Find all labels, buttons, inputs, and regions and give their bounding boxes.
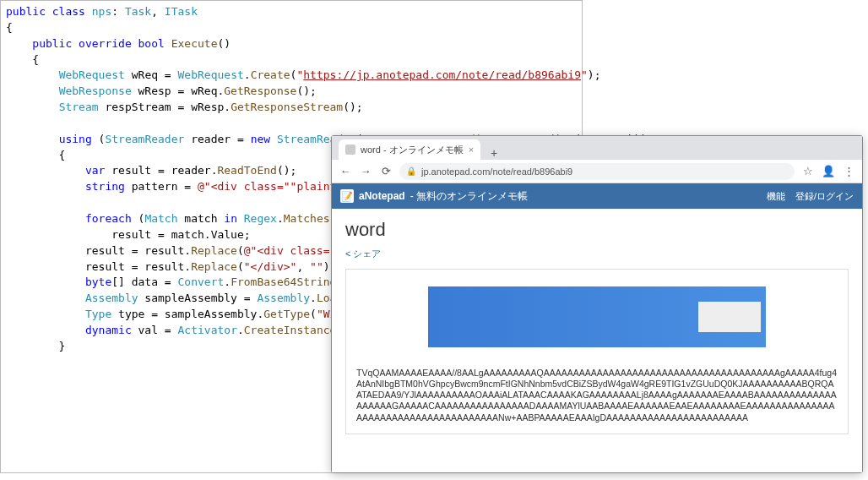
star-icon[interactable]: ☆	[801, 165, 815, 177]
site-tagline: - 無料のオンラインメモ帳	[410, 189, 528, 204]
tab-close-icon[interactable]: ×	[469, 145, 474, 155]
profile-icon[interactable]: 👤	[822, 165, 835, 177]
tab-title: word - オンラインメモ帳	[361, 144, 464, 156]
ad-image	[698, 302, 761, 332]
tab-strip: word - オンラインメモ帳 × +	[332, 136, 862, 160]
page-content: word < シェア TVqQAAMAAAAEAAAA//8AALgAAAAAA…	[332, 209, 862, 472]
address-bar: ← → ⟳ 🔒 jp.anotepad.com/note/read/b896ab…	[332, 160, 862, 183]
url-field[interactable]: 🔒 jp.anotepad.com/note/read/b896abi9	[399, 163, 795, 180]
forward-icon[interactable]: →	[359, 165, 372, 177]
note-body: TVqQAAMAAAAEAAAA//8AALgAAAAAAAAAQAAAAAAA…	[345, 269, 849, 434]
ad-banner[interactable]	[428, 286, 766, 347]
nav-features[interactable]: 機能	[767, 190, 785, 203]
site-name: aNotepad	[359, 190, 405, 202]
back-icon[interactable]: ←	[339, 165, 352, 177]
favicon-icon	[345, 145, 355, 155]
base64-text: TVqQAAMAAAAEAAAA//8AALgAAAAAAAAAQAAAAAAA…	[356, 368, 838, 423]
share-link[interactable]: < シェア	[345, 248, 849, 260]
site-header: 📝 aNotepad - 無料のオンラインメモ帳 機能 登録/ログイン	[332, 183, 862, 209]
browser-tab[interactable]: word - オンラインメモ帳 ×	[339, 139, 480, 160]
url-text: jp.anotepad.com/note/read/b896abi9	[421, 166, 572, 177]
browser-window: — ▢ ✕ word - オンラインメモ帳 × + ← → ⟳ 🔒 jp.ano…	[331, 135, 863, 473]
notepad-icon: 📝	[340, 189, 354, 203]
nav-login[interactable]: 登録/ログイン	[795, 190, 854, 203]
page-title: word	[345, 219, 849, 241]
new-tab-button[interactable]: +	[486, 146, 502, 160]
menu-icon[interactable]: ⋮	[842, 165, 855, 177]
lock-icon: 🔒	[406, 166, 416, 176]
site-logo[interactable]: 📝 aNotepad - 無料のオンラインメモ帳	[340, 189, 528, 204]
reload-icon[interactable]: ⟳	[379, 165, 393, 177]
